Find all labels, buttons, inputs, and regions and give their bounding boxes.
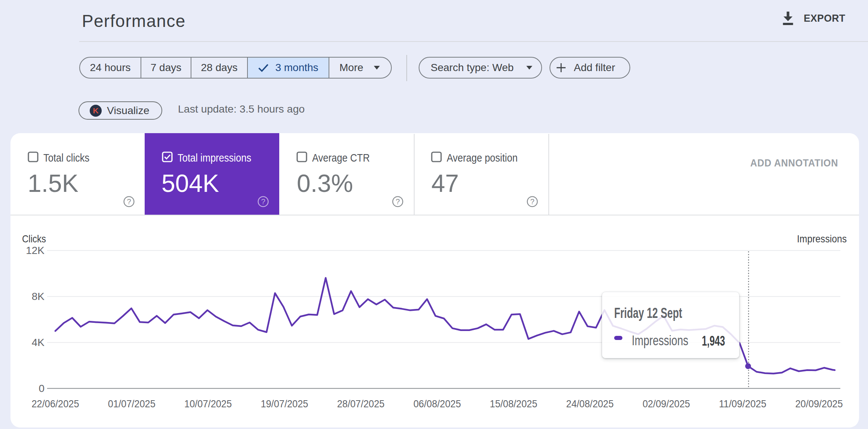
svg-text:22/06/2025: 22/06/2025: [32, 398, 79, 410]
svg-text:Clicks: Clicks: [22, 233, 46, 245]
svg-text:01/07/2025: 01/07/2025: [108, 398, 156, 410]
svg-text:11/09/2025: 11/09/2025: [719, 398, 766, 410]
svg-text:19/07/2025: 19/07/2025: [261, 398, 308, 410]
svg-text:06/08/2025: 06/08/2025: [413, 398, 461, 410]
svg-text:0: 0: [39, 383, 44, 394]
svg-text:20/09/2025: 20/09/2025: [795, 398, 843, 410]
svg-text:12K: 12K: [26, 245, 44, 256]
svg-text:28/07/2025: 28/07/2025: [337, 398, 385, 410]
svg-text:Impressions: Impressions: [797, 233, 847, 245]
svg-text:15/08/2025: 15/08/2025: [490, 398, 537, 410]
svg-text:8K: 8K: [32, 291, 45, 302]
svg-text:02/09/2025: 02/09/2025: [643, 398, 690, 410]
svg-text:4K: 4K: [32, 337, 45, 348]
svg-text:24/08/2025: 24/08/2025: [566, 398, 614, 410]
svg-text:10/07/2025: 10/07/2025: [184, 398, 232, 410]
